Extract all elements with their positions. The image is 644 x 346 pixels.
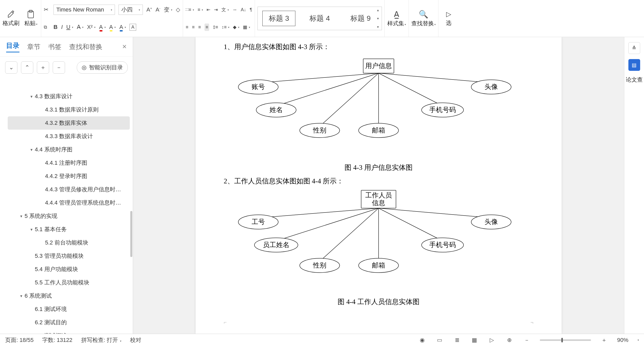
style-heading4[interactable]: 标题 4 xyxy=(303,11,336,26)
smart-toc-button[interactable]: ◎ 智能识别目录 xyxy=(77,61,128,74)
style-gallery[interactable]: 标题 3 标题 4 标题 9 ▴▾▾ xyxy=(257,7,382,30)
view-reading-button[interactable]: ▭ xyxy=(435,336,444,344)
align-center-button[interactable]: ≡ xyxy=(192,25,195,30)
toc-item[interactable]: 4.4.4 管理员管理系统信息时… xyxy=(8,196,130,209)
select-button[interactable]: ▷ 选 xyxy=(441,10,456,27)
paragraph-spacing-button[interactable]: ↕≡▾ xyxy=(222,25,230,30)
collapse-icon: ≙ xyxy=(632,45,636,51)
toc-item[interactable]: 4.4.2 登录时序图 xyxy=(8,170,130,183)
nav-tab-bookmarks[interactable]: 书签 xyxy=(48,42,61,51)
highlight-button[interactable]: A▾ xyxy=(109,24,116,30)
superscript-button[interactable]: X²▾ xyxy=(87,24,95,30)
page-indicator[interactable]: 页面: 18/55 xyxy=(5,336,34,344)
line-spacing-button[interactable]: ‡≡ xyxy=(213,25,218,30)
close-icon[interactable]: ✕ xyxy=(122,43,127,50)
align-left-button[interactable]: ≡ xyxy=(186,25,188,30)
align-justify-icon: ≡ xyxy=(206,25,208,30)
text-direction-button[interactable]: 文▾ xyxy=(221,7,229,13)
page[interactable]: 1、用户信息实体图如图 4-3 所示： 用户信息 账号 姓名 xyxy=(196,37,562,334)
toc-item[interactable]: ▾4.3 数据库设计 xyxy=(8,90,130,103)
toc-item[interactable]: 4.3.3 数据库表设计 xyxy=(8,130,130,143)
show-marks-button[interactable]: ¶ xyxy=(250,7,252,13)
expand-down-button[interactable]: ⌄ xyxy=(5,61,17,74)
borders-button[interactable]: ▦▾ xyxy=(243,24,250,30)
add-heading-button[interactable]: ＋ xyxy=(37,61,49,74)
shrink-font-button[interactable]: A- xyxy=(156,6,160,13)
toc-item[interactable]: 6.3 测试概述 xyxy=(8,329,130,334)
indent-inc-button[interactable]: ⇥ xyxy=(214,7,218,13)
font-family-select[interactable]: Times New Roman▾ xyxy=(53,5,115,15)
format-painter-button[interactable]: 格式刷 xyxy=(3,10,19,27)
toc-item[interactable]: ▾5 系统的实现 xyxy=(8,209,130,223)
style-set-button[interactable]: A̲ 样式集▾ xyxy=(387,10,406,27)
toc-item[interactable]: 6.1 测试环境 xyxy=(8,303,130,316)
view-play-button[interactable]: ▷ xyxy=(488,336,496,344)
align-right-button[interactable]: ≡ xyxy=(198,25,201,30)
svg-line-27 xyxy=(320,208,379,261)
paste-button[interactable]: 粘贴▾ xyxy=(23,10,38,27)
zoom-out-button[interactable]: － xyxy=(522,336,531,344)
numbering-button[interactable]: ≡▾ xyxy=(198,7,203,13)
find-replace-button[interactable]: 🔍 查找替换▾ xyxy=(411,10,436,27)
remove-heading-button[interactable]: － xyxy=(53,61,65,74)
char-border-button[interactable]: A xyxy=(130,24,136,31)
fill-color-button[interactable]: ◆▾ xyxy=(233,24,239,30)
globe-button[interactable]: ⊕ xyxy=(505,336,514,344)
svg-line-23 xyxy=(258,208,379,218)
svg-text:头像: 头像 xyxy=(485,83,498,91)
style-heading3[interactable]: 标题 3 xyxy=(262,11,295,26)
toc-item[interactable]: 4.4.1 注册时序图 xyxy=(8,156,130,170)
toc-item[interactable]: 4.3.2 数据库实体 xyxy=(8,116,130,130)
nav-tab-find[interactable]: 查找和替换 xyxy=(69,42,102,51)
nav-tab-toc[interactable]: 目录 xyxy=(6,41,19,52)
toc-item[interactable]: 5.4 用户功能模块 xyxy=(8,263,130,276)
toc-scrollbar[interactable] xyxy=(130,211,132,257)
toc-item[interactable]: ▾5.1 基本任务 xyxy=(8,223,130,236)
char-spacing-button[interactable]: ↔ xyxy=(232,7,237,13)
underline-button[interactable]: U▾ xyxy=(66,24,73,30)
toc-item[interactable]: 5.2 前台功能模块 xyxy=(8,236,130,249)
font-color-button[interactable]: A▾ xyxy=(99,24,106,30)
cut-button[interactable]: ✂ xyxy=(44,6,48,13)
toc-item[interactable]: ▾4.4 系统时序图 xyxy=(8,143,130,156)
toc-item[interactable]: ▾6 系统测试 xyxy=(8,289,130,303)
italic-button[interactable]: I xyxy=(61,24,63,30)
font-size-select[interactable]: 小四▾ xyxy=(119,5,143,15)
shading-button[interactable]: A▾ xyxy=(119,24,126,30)
zoom-in-button[interactable]: ＋ xyxy=(600,336,608,344)
right-rail: ≙ ▤ 论文查 xyxy=(624,37,644,334)
clear-format-button[interactable]: ◇ xyxy=(176,6,180,13)
view-web-button[interactable]: ▦ xyxy=(470,336,479,344)
strike-button[interactable]: A̵▾ xyxy=(77,24,83,30)
toc-item[interactable]: 6.2 测试目的 xyxy=(8,316,130,329)
svg-line-13 xyxy=(379,73,491,83)
gallery-scroll[interactable]: ▴▾▾ xyxy=(375,8,381,29)
grow-font-button[interactable]: A+ xyxy=(146,6,152,13)
align-justify-button[interactable]: ≡ xyxy=(205,24,209,31)
word-count[interactable]: 字数: 13122 xyxy=(42,336,72,344)
style-heading9[interactable]: 标题 9 xyxy=(344,11,377,26)
toc-item[interactable]: 5.3 管理员功能模块 xyxy=(8,249,130,263)
zoom-slider[interactable] xyxy=(540,339,591,341)
bullets-button[interactable]: ∷≡▾ xyxy=(186,7,194,13)
copy-button[interactable]: ⧉ xyxy=(44,25,47,30)
bold-button[interactable]: B xyxy=(53,24,58,30)
toc-item[interactable]: 4.3.1 数据库设计原则 xyxy=(8,103,130,116)
collapse-up-button[interactable]: ⌃ xyxy=(21,61,33,74)
cursor-icon: ▷ xyxy=(446,10,451,18)
thesis-check-button[interactable]: ▤ xyxy=(628,59,640,71)
indent-dec-button[interactable]: ⇤ xyxy=(207,7,210,13)
spell-check-status[interactable]: 拼写检查: 打开 ▾ xyxy=(81,336,121,344)
collapse-rail-button[interactable]: ≙ xyxy=(628,42,640,54)
eraser-icon: ◇ xyxy=(176,6,180,13)
view-outline-button[interactable]: ≣ xyxy=(453,336,461,344)
phonetic-guide-button[interactable]: 变▾ xyxy=(164,6,172,14)
nav-tab-chapters[interactable]: 章节 xyxy=(27,42,40,51)
toc-item[interactable]: 4.4.3 管理员修改用户信息时… xyxy=(8,183,130,196)
toc-item[interactable]: 5.5 工作人员功能模块 xyxy=(8,276,130,289)
view-eye-button[interactable]: ◉ xyxy=(418,336,427,344)
sort-button[interactable]: A↓ xyxy=(241,7,246,13)
zoom-level[interactable]: 90% xyxy=(617,337,628,343)
paragraph: 1、用户信息实体图如图 4-3 所示： xyxy=(224,41,533,53)
proofing-status[interactable]: 校对 xyxy=(130,336,141,344)
